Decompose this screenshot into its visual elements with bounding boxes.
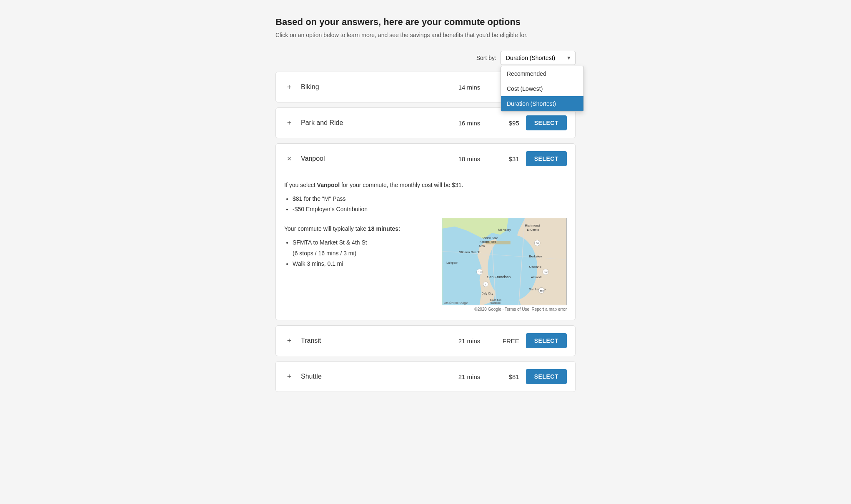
toggle-icon-park-and-ride[interactable]: +: [284, 118, 294, 128]
commute-row-shuttle: + Shuttle 21 mins $81 SELECT: [276, 362, 575, 392]
commute-cost-vanpool: $31: [494, 155, 519, 162]
sort-label: Sort by:: [476, 55, 496, 61]
svg-text:Berkeley: Berkeley: [529, 254, 542, 258]
svg-text:South San: South San: [490, 299, 501, 301]
svg-text:ata ©2020 Google: ata ©2020 Google: [444, 302, 468, 305]
svg-text:Daly City: Daly City: [482, 292, 493, 296]
vanpool-cost-item-1: $81 for the "M" Pass: [293, 194, 567, 204]
map-svg: San Francisco Oakland Alameda Stinson Be…: [442, 218, 566, 305]
svg-text:Golden Gate: Golden Gate: [482, 237, 498, 240]
commute-duration-transit: 21 mins: [458, 337, 488, 344]
svg-text:Richmond: Richmond: [525, 224, 540, 227]
svg-text:San Francisco: San Francisco: [487, 275, 511, 279]
select-button-transit[interactable]: SELECT: [526, 333, 567, 348]
commute-cost-park-and-ride: $95: [494, 120, 519, 127]
svg-text:80: 80: [536, 242, 539, 245]
svg-text:101: 101: [478, 271, 483, 274]
page-title: Based on your answers, here are your com…: [275, 17, 576, 27]
commute-card-vanpool: × Vanpool 18 mins $31 SELECT If you sele…: [275, 143, 576, 320]
commute-name-biking: Biking: [301, 83, 452, 91]
vanpool-expanded-content: If you select Vanpool for your commute, …: [276, 174, 575, 320]
vanpool-intro: If you select Vanpool for your commute, …: [284, 181, 567, 190]
svg-text:880: 880: [540, 290, 544, 292]
svg-text:National Rec: National Rec: [480, 241, 496, 244]
page-subtitle: Click on an option below to learn more, …: [275, 32, 576, 38]
commute-name-transit: Transit: [301, 337, 452, 344]
vanpool-duration-item-1: SFMTA to Market St & 4th St(6 stops / 16…: [293, 237, 433, 258]
commute-cost-transit: FREE: [494, 337, 519, 344]
toggle-icon-biking[interactable]: +: [284, 82, 294, 92]
commute-row-vanpool: × Vanpool 18 mins $31 SELECT: [276, 144, 575, 174]
commute-duration-park-and-ride: 16 mins: [458, 120, 488, 127]
svg-text:Area: Area: [479, 245, 485, 248]
vanpool-duration-list: SFMTA to Market St & 4th St(6 stops / 16…: [293, 237, 433, 269]
svg-text:Mill Valley: Mill Valley: [498, 228, 511, 232]
vanpool-map-section: Your commute will typically take 18 minu…: [284, 218, 567, 312]
select-button-shuttle[interactable]: SELECT: [526, 369, 567, 384]
commute-row-park-and-ride: + Park and Ride 16 mins $95 SELECT: [276, 108, 575, 138]
dropdown-item-duration[interactable]: Duration (Shortest): [501, 96, 583, 111]
vanpool-cost-item-2: -$50 Employer's Contribution: [293, 204, 567, 215]
svg-text:Larkpsur: Larkpsur: [446, 261, 458, 264]
select-button-park-and-ride[interactable]: SELECT: [526, 115, 567, 130]
commute-card-shuttle: + Shuttle 21 mins $81 SELECT: [275, 361, 576, 392]
commute-cost-shuttle: $81: [494, 373, 519, 380]
commute-duration-biking: 14 mins: [458, 84, 488, 91]
svg-text:El Cerrito: El Cerrito: [527, 228, 539, 231]
toggle-icon-shuttle[interactable]: +: [284, 372, 294, 382]
svg-text:Alameda: Alameda: [531, 276, 542, 279]
toggle-icon-transit[interactable]: +: [284, 336, 294, 346]
commute-name-park-and-ride: Park and Ride: [301, 119, 452, 127]
sort-select-wrapper: Recommended Cost (Lowest) Duration (Shor…: [501, 51, 576, 65]
sort-row: Sort by: Recommended Cost (Lowest) Durat…: [275, 51, 576, 65]
commute-name-shuttle: Shuttle: [301, 373, 452, 380]
commute-card-transit: + Transit 21 mins FREE SELECT: [275, 325, 576, 356]
commute-duration-shuttle: 21 mins: [458, 373, 488, 380]
svg-text:Francisco: Francisco: [490, 302, 501, 304]
vanpool-duration-note: Your commute will typically take 18 minu…: [284, 225, 433, 233]
dropdown-item-recommended[interactable]: Recommended: [501, 66, 583, 81]
svg-text:Stinson Beach: Stinson Beach: [459, 251, 480, 254]
vanpool-cost-list: $81 for the "M" Pass -$50 Employer's Con…: [293, 194, 567, 215]
vanpool-map: San Francisco Oakland Alameda Stinson Be…: [442, 218, 567, 305]
commute-duration-vanpool: 18 mins: [458, 155, 488, 162]
svg-text:Oakland: Oakland: [529, 265, 541, 269]
commute-row-transit: + Transit 21 mins FREE SELECT: [276, 326, 575, 356]
select-button-vanpool[interactable]: SELECT: [526, 151, 567, 166]
dropdown-item-cost[interactable]: Cost (Lowest): [501, 81, 583, 96]
sort-dropdown-menu: Recommended Cost (Lowest) Duration (Shor…: [501, 66, 584, 112]
map-credit: ©2020 Google · Terms of Use Report a map…: [442, 307, 567, 312]
vanpool-text-section: Your commute will typically take 18 minu…: [284, 218, 433, 272]
vanpool-duration-item-2: Walk 3 mins, 0.1 mi: [293, 259, 433, 269]
svg-text:580: 580: [544, 271, 548, 274]
sort-select[interactable]: Recommended Cost (Lowest) Duration (Shor…: [501, 51, 576, 65]
vanpool-map-container: San Francisco Oakland Alameda Stinson Be…: [442, 218, 567, 312]
commute-card-park-and-ride: + Park and Ride 16 mins $95 SELECT: [275, 107, 576, 138]
toggle-icon-vanpool[interactable]: ×: [284, 154, 294, 164]
page-container: Based on your answers, here are your com…: [267, 0, 584, 414]
commute-name-vanpool: Vanpool: [301, 155, 452, 162]
